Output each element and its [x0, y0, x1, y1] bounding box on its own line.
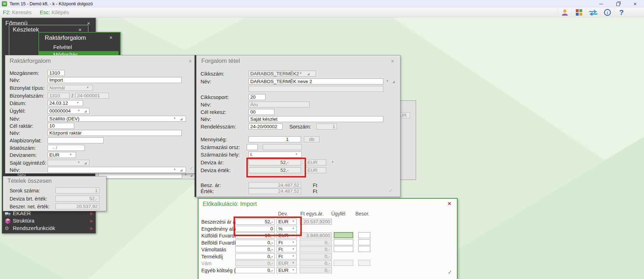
field-label: Érték:: [201, 188, 214, 194]
ugyfel-select[interactable]: 00000004: [48, 108, 89, 114]
close-icon[interactable]: ×: [189, 58, 192, 65]
close-icon[interactable]: ×: [109, 34, 113, 40]
mozgasnem-field[interactable]: 1310: [48, 70, 65, 76]
rendelesszam-field[interactable]: 24-20/00002: [249, 124, 283, 130]
field-label: Származási orsz:: [201, 144, 240, 150]
dropdown-arrow-icon[interactable]: ▼: [292, 241, 295, 244]
menu-label: Keresés: [12, 9, 32, 15]
cube-icon: [5, 218, 11, 224]
info-button[interactable]: i: [600, 8, 614, 17]
dropdown-arrow-icon[interactable]: ▼: [86, 86, 89, 89]
minimize-button[interactable]: [596, 0, 606, 8]
detail-icon[interactable]: ◢: [307, 72, 310, 76]
dropdown-arrow-icon[interactable]: ▼: [292, 234, 295, 237]
dropdown-arrow-icon[interactable]: ▼: [173, 117, 176, 120]
raktar-nev-field[interactable]: Központi raktár: [48, 130, 182, 136]
dropdown-arrow-icon[interactable]: ▼: [76, 101, 79, 105]
cel-raktar-field[interactable]: 10: [48, 123, 74, 129]
ugyfel-cell-focused[interactable]: [334, 232, 353, 238]
menubar: F2: Keresés Esc: Kilépés: [0, 8, 644, 17]
dropdown-arrow-icon[interactable]: ▼: [69, 153, 72, 157]
sorok-szama-field: 1: [55, 187, 99, 193]
detail-icon[interactable]: ◢: [392, 80, 395, 83]
cel-rekesz-field[interactable]: 00: [249, 109, 274, 115]
confirm-check-icon[interactable]: ✓: [189, 165, 194, 171]
dropdown-arrow-icon[interactable]: ▼: [331, 160, 334, 164]
field-label: Alapbizonylat:: [10, 138, 42, 143]
vamoltatas-field[interactable]: 0,-: [235, 246, 275, 252]
egyeb-koltseg-field[interactable]: 0,-: [235, 267, 275, 273]
switch-button[interactable]: [586, 8, 600, 17]
mozgasnem-nev-field[interactable]: Import: [48, 77, 182, 83]
besor-cell[interactable]: [358, 239, 370, 245]
termekdij-field[interactable]: 0,-: [235, 253, 275, 259]
detail-icon[interactable]: ◢: [84, 161, 87, 165]
ugyfel-cell[interactable]: [334, 246, 353, 252]
user-button[interactable]: [557, 8, 572, 17]
detail-icon[interactable]: ◢: [190, 174, 192, 177]
besor-cell[interactable]: [358, 246, 370, 252]
dropdown-arrow-icon[interactable]: ▼: [292, 268, 295, 272]
dropdown-arrow-icon[interactable]: ▼: [292, 220, 295, 223]
close-button[interactable]: ×: [630, 0, 640, 8]
mennyiseg-field[interactable]: 1: [249, 136, 301, 142]
close-icon[interactable]: ×: [448, 200, 451, 207]
field-label: Dátum:: [10, 100, 26, 106]
dropdown-arrow-icon[interactable]: ▼: [386, 80, 389, 83]
dropdown-arrow-icon[interactable]: ▼: [292, 255, 295, 258]
ugyintezo-nev-select[interactable]: [48, 167, 186, 173]
confirm-check-icon[interactable]: ✓: [389, 187, 393, 194]
dropdown-arrow-icon[interactable]: ▼: [173, 168, 176, 171]
szarmazasi-orszag-field[interactable]: [247, 144, 258, 150]
sajat-ugyintezo-select[interactable]: [48, 160, 89, 166]
cikkcsoport-field[interactable]: 20: [249, 94, 266, 100]
rekesz-nev-field[interactable]: Saját készlet: [249, 116, 383, 122]
dropdown-arrow-icon[interactable]: ▼: [292, 247, 295, 251]
help-button[interactable]: ?: [614, 8, 628, 17]
close-icon[interactable]: ×: [391, 58, 394, 65]
ugyfel-cell[interactable]: [334, 239, 353, 245]
window-title: Term 15 - Demó kft. - k - Központi dolgo…: [10, 0, 93, 8]
field-label: Deviza brt. érték:: [10, 196, 47, 202]
dropdown-arrow-icon[interactable]: ▼: [295, 153, 298, 156]
besz-ar-field: 24.487,52: [249, 182, 301, 188]
menu-item-felvetel[interactable]: Felvétel: [53, 44, 72, 50]
szarmazasi-hely-select[interactable]: I.: [249, 152, 302, 158]
column-header-dev: Dev.: [278, 211, 288, 217]
ugyfel-nev-select[interactable]: Szállító (DEV): [48, 116, 186, 122]
iktatoszam-field[interactable]: - /: [48, 145, 85, 151]
dropdown-arrow-icon[interactable]: ▼: [77, 109, 80, 113]
engedmeny-alap-field[interactable]: 0: [235, 226, 275, 232]
detail-icon[interactable]: ◢: [180, 168, 182, 172]
confirm-check-icon[interactable]: ✓: [448, 269, 452, 275]
dropdown-arrow-icon[interactable]: ▼: [292, 227, 295, 230]
fomenu-item-label: Struktúra: [13, 218, 34, 224]
belfoldi-fuvardij-field[interactable]: 0,-: [235, 240, 275, 246]
calc-row-label: Külföldi Fuvardíj: [201, 233, 237, 239]
kulfoldi-fuvardij-field[interactable]: 10,-: [235, 232, 275, 239]
detail-icon[interactable]: ◢: [84, 109, 87, 113]
raktarforgalom-menu-window: Raktárforgalom × Felvétel Módosítás: [38, 32, 121, 56]
vam-ft-field: 0,-: [300, 260, 332, 266]
titlebar: n Term 15 - Demó kft. - k - Központi dol…: [0, 0, 644, 8]
elokalkulacio-panel: Előkalkuláció: Import × Dev. Ft egys.ár.…: [198, 198, 458, 279]
dropdown-arrow-icon[interactable]: ▼: [77, 161, 80, 164]
field-label: Mennyiség:: [201, 137, 227, 142]
field-label: Besz. ár:: [201, 182, 221, 188]
beszerzesi-ar-alap-field[interactable]: 52,-: [235, 219, 275, 225]
maximize-button[interactable]: [613, 0, 623, 8]
cikk-nev-field[interactable]: DARABOS_TERMÉK neve 2: [249, 78, 383, 84]
detail-icon[interactable]: ◢: [180, 117, 182, 121]
field-label: Név:: [10, 77, 20, 83]
currency-label: Ft: [313, 182, 317, 188]
dropdown-arrow-icon[interactable]: ▼: [299, 72, 302, 75]
modules-button[interactable]: [572, 8, 586, 17]
alapbizonylat-field[interactable]: [48, 137, 104, 143]
menu-item-kereses[interactable]: F2: Keresés: [3, 8, 32, 17]
deviza-ar-field[interactable]: 52,-: [249, 159, 301, 165]
field-label: Cikkszám:: [201, 71, 224, 77]
dropdown-arrow-icon[interactable]: ▼: [184, 173, 187, 177]
besor-cell[interactable]: [358, 232, 370, 238]
cikkszam-select[interactable]: DARABOS_TERMÉK2: [249, 71, 316, 77]
menu-item-kilepes[interactable]: Esc: Kilépés: [40, 8, 69, 17]
